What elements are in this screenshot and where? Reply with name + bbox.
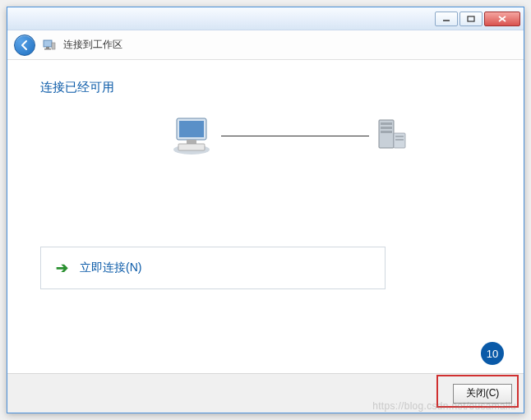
connect-now-label: 立即连接(N) (80, 261, 141, 275)
svg-rect-6 (44, 48, 51, 50)
server-icon (374, 117, 410, 155)
svg-rect-16 (381, 131, 392, 133)
svg-rect-4 (44, 40, 52, 47)
close-button[interactable]: 关闭(C) (453, 384, 512, 404)
content-area: 连接已经可用 ➔ 立即连接(N) (7, 60, 524, 372)
maximize-icon (467, 16, 475, 22)
connection-diagram (40, 115, 491, 156)
svg-rect-5 (46, 47, 49, 48)
step-badge: 10 (481, 342, 504, 365)
wizard-window: 连接到工作区 连接已经可用 ➔ 立 (7, 7, 524, 413)
connection-line (221, 136, 369, 136)
back-button[interactable] (14, 35, 35, 56)
svg-rect-7 (52, 43, 55, 49)
header-title: 连接到工作区 (63, 38, 122, 52)
close-icon (497, 16, 507, 22)
arrow-right-icon: ➔ (56, 259, 68, 277)
footer: 关闭(C) (7, 373, 524, 413)
svg-rect-9 (179, 121, 204, 137)
svg-rect-18 (395, 136, 404, 137)
computer-icon (170, 115, 216, 156)
svg-rect-19 (395, 139, 404, 141)
header: 连接到工作区 (7, 30, 524, 60)
connect-now-option[interactable]: ➔ 立即连接(N) (40, 247, 386, 289)
titlebar (7, 7, 524, 30)
workspace-icon (42, 38, 57, 53)
svg-rect-15 (381, 127, 392, 129)
minimize-button[interactable] (435, 12, 458, 26)
svg-rect-12 (178, 144, 205, 150)
minimize-icon (442, 16, 450, 22)
page-heading: 连接已经可用 (40, 80, 491, 95)
maximize-button[interactable] (459, 12, 483, 26)
svg-rect-1 (468, 16, 474, 21)
svg-rect-14 (381, 122, 392, 125)
window-close-button[interactable] (484, 12, 520, 26)
svg-rect-10 (187, 140, 196, 144)
back-arrow-icon (19, 39, 30, 51)
